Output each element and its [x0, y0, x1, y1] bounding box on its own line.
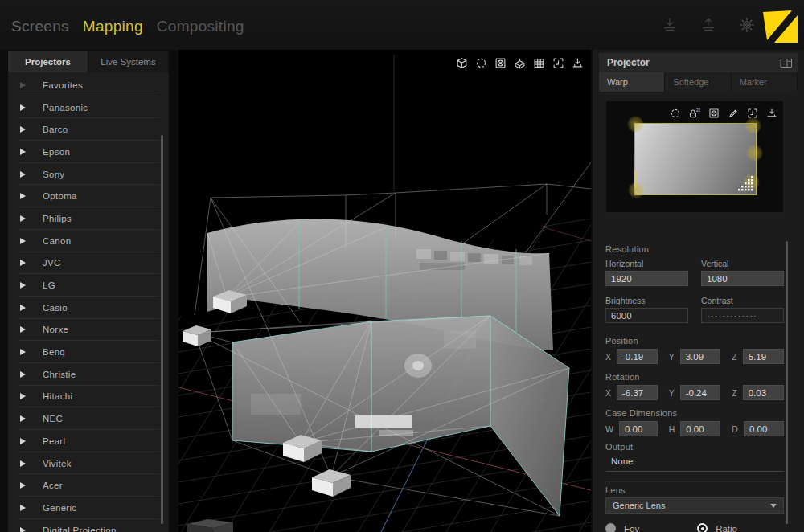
warp-handle-top-left[interactable]	[627, 116, 644, 133]
projector-icon[interactable]	[513, 56, 527, 70]
tab-projectors[interactable]: Projectors	[8, 51, 88, 72]
export-icon[interactable]	[699, 17, 717, 33]
vertical-resolution-input[interactable]	[701, 271, 784, 286]
tab-softedge[interactable]: Softedge	[665, 72, 731, 92]
brand-list-item[interactable]: Casio	[8, 297, 169, 319]
position-x-input[interactable]	[617, 349, 658, 364]
brand-list-item[interactable]: Optoma	[8, 185, 169, 207]
brand-list-item[interactable]: Digital Projection	[8, 519, 169, 532]
scene-3d[interactable]	[178, 50, 591, 532]
warp-surface[interactable]	[634, 123, 757, 195]
expand-arrow-icon[interactable]	[20, 527, 26, 532]
expand-arrow-icon[interactable]	[20, 215, 26, 222]
selection-frame-icon[interactable]	[552, 56, 565, 70]
rotation-y-input[interactable]	[680, 385, 721, 400]
brand-list-item[interactable]: Hitachi	[8, 386, 169, 408]
brand-list-item[interactable]: Vivitek	[8, 452, 169, 475]
rotation-x-input[interactable]	[617, 385, 658, 400]
brand-list-item[interactable]: NEC	[8, 407, 169, 430]
expand-arrow-icon[interactable]	[20, 460, 26, 467]
case-height-input[interactable]	[680, 421, 720, 436]
expand-arrow-icon[interactable]	[20, 326, 26, 333]
output-select[interactable]: None	[605, 453, 784, 472]
expand-arrow-icon[interactable]	[20, 482, 26, 489]
expand-arrow-icon[interactable]	[20, 305, 26, 311]
orbit-icon[interactable]	[668, 106, 682, 120]
tab-marker[interactable]: Marker	[732, 72, 798, 92]
expand-arrow-icon[interactable]	[20, 82, 26, 88]
brand-list-item[interactable]: Barco	[8, 118, 169, 141]
ratio-radio[interactable]: Ratio	[697, 523, 737, 532]
nav-screens[interactable]: Screens	[11, 18, 69, 35]
expand-arrow-icon[interactable]	[20, 393, 26, 399]
tab-live-systems[interactable]: Live Systems	[88, 51, 169, 72]
nav-compositing[interactable]: Compositing	[157, 18, 244, 35]
nav-mapping[interactable]: Mapping	[83, 18, 143, 35]
import-icon[interactable]	[661, 17, 679, 33]
brand-label: Christie	[43, 370, 76, 379]
case-width-input[interactable]	[619, 421, 658, 436]
tab-warp[interactable]: Warp	[599, 72, 665, 92]
lens-select-value: Generic Lens	[613, 501, 770, 510]
axis-label: Y	[669, 352, 675, 362]
brand-list-item[interactable]: JVC	[8, 252, 169, 275]
expand-arrow-icon[interactable]	[20, 171, 26, 178]
selection-frame-icon[interactable]	[745, 106, 759, 120]
right-panel-scrollbar[interactable]	[786, 241, 788, 524]
expand-arrow-icon[interactable]	[20, 238, 26, 244]
brand-list-item[interactable]: Pearl	[8, 430, 169, 452]
brand-list-item[interactable]: LG	[8, 274, 169, 297]
measure-icon[interactable]	[571, 56, 585, 70]
expand-arrow-icon[interactable]	[20, 505, 26, 511]
expand-arrow-icon[interactable]	[20, 371, 26, 378]
expand-arrow-icon[interactable]	[20, 149, 26, 155]
radio-selected-icon[interactable]	[697, 523, 708, 532]
panel-toggle-icon[interactable]	[779, 56, 793, 70]
edit-pencil-icon[interactable]	[726, 106, 740, 120]
brand-list-item[interactable]: Christie	[8, 363, 169, 386]
viewport-3d[interactable]	[178, 50, 591, 532]
horizontal-resolution-input[interactable]	[605, 271, 688, 286]
expand-arrow-icon[interactable]	[20, 438, 26, 444]
screen-mask-icon[interactable]	[494, 56, 507, 70]
left-panel-scrollbar[interactable]	[161, 135, 163, 524]
expand-arrow-icon[interactable]	[20, 349, 26, 355]
brand-label: Vivitek	[43, 459, 72, 469]
brand-list-item[interactable]: Philips	[8, 207, 169, 230]
brand-list-item[interactable]: Sony	[8, 163, 169, 186]
settings-gear-icon[interactable]	[738, 16, 756, 34]
fov-radio[interactable]: Fov	[605, 523, 639, 532]
grid-icon[interactable]	[532, 56, 546, 70]
brand-list-item[interactable]: Epson	[8, 141, 169, 163]
expand-arrow-icon[interactable]	[20, 260, 26, 266]
expand-arrow-icon[interactable]	[20, 415, 26, 422]
rotation-z-input[interactable]	[743, 385, 784, 400]
warp-preview[interactable]: 20	[605, 100, 784, 213]
cube-icon[interactable]	[455, 56, 469, 70]
brand-list-item[interactable]: Acer	[8, 474, 169, 497]
radio-icon[interactable]	[605, 523, 616, 532]
warp-handle-right-mid[interactable]	[746, 145, 763, 162]
brand-list-item[interactable]: Generic	[8, 497, 169, 519]
lock-icon[interactable]: 20	[687, 106, 701, 120]
position-z-input[interactable]	[743, 349, 784, 364]
screen-mask-icon[interactable]	[707, 106, 720, 120]
warp-handle-top-right[interactable]	[745, 117, 761, 134]
case-depth-input[interactable]	[744, 421, 784, 436]
lens-select[interactable]: Generic Lens	[605, 497, 784, 514]
orbit-icon[interactable]	[474, 56, 488, 70]
position-y-input[interactable]	[680, 349, 721, 364]
brand-list-item[interactable]: Panasonic	[8, 96, 169, 119]
brand-list-item[interactable]: Benq	[8, 341, 169, 363]
brightness-input[interactable]	[605, 308, 688, 323]
expand-arrow-icon[interactable]	[20, 282, 26, 289]
measure-icon[interactable]	[765, 106, 778, 120]
expand-arrow-icon[interactable]	[20, 193, 26, 199]
brand-list-item[interactable]: Norxe	[8, 319, 169, 342]
expand-arrow-icon[interactable]	[20, 126, 26, 133]
brand-list-item[interactable]: Canon	[8, 230, 169, 252]
brand-list-item[interactable]: Favorites	[8, 74, 169, 96]
expand-arrow-icon[interactable]	[20, 104, 26, 111]
contrast-input[interactable]	[701, 308, 784, 323]
warp-handle-bottom-left[interactable]	[628, 182, 645, 198]
